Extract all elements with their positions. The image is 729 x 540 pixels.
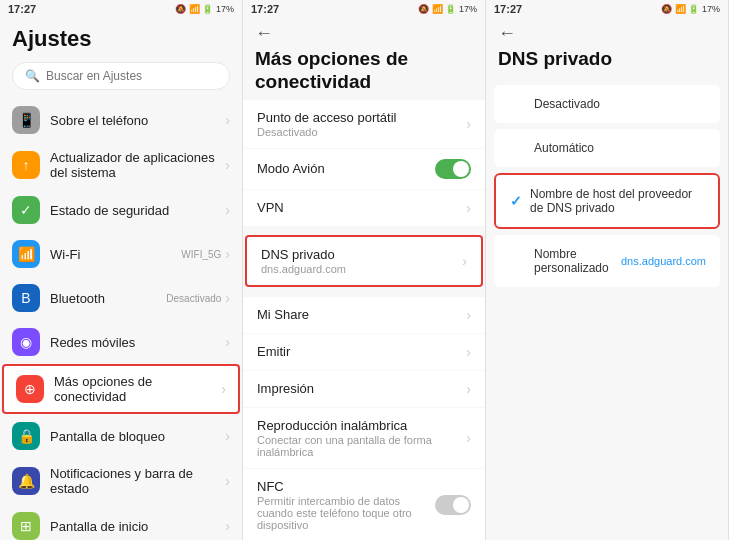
dns-option-automatico[interactable]: Automático (494, 129, 720, 167)
menu-item-punto-acceso[interactable]: Punto de acceso portátil Desactivado › (243, 100, 485, 148)
menu-text-dns-privado: DNS privado dns.adguard.com (261, 247, 462, 275)
chevron-actualizador: › (225, 157, 230, 173)
search-input[interactable] (46, 69, 217, 83)
item-title-estado-seguridad: Estado de seguridad (50, 203, 215, 218)
dns-label-nombre-personalizado: Nombre personalizado (534, 247, 613, 275)
icon-bluetooth: B (12, 284, 40, 312)
item-text-actualizador: Actualizador de aplicaciones del sistema (50, 150, 215, 180)
settings-item-pantalla-bloqueo[interactable]: 🔒 Pantalla de bloqueo › (0, 414, 242, 458)
menu-item-emitir[interactable]: Emitir › (243, 334, 485, 370)
time-3: 17:27 (494, 3, 522, 15)
conectividad-title: Más opciones de conectividad (255, 44, 473, 94)
item-title-mas-opciones: Más opciones de conectividad (54, 374, 211, 404)
item-text-wifi: Wi-Fi (50, 247, 171, 262)
toggle-modo-avion[interactable] (435, 159, 471, 179)
item-text-pantalla-inicio: Pantalla de inicio (50, 519, 215, 534)
item-right-pantalla-bloqueo: › (225, 428, 230, 444)
page-title: Ajustes (12, 26, 230, 52)
menu-subtitle-reproduccion: Conectar con una pantalla de forma inalá… (257, 434, 466, 458)
dns-label-automatico: Automático (534, 141, 706, 155)
menu-item-nfc[interactable]: NFC Permitir intercambio de datos cuando… (243, 469, 485, 540)
item-right-notificaciones: › (225, 473, 230, 489)
status-bar-2: 17:27 🔕 📶 🔋 17% (243, 0, 485, 18)
dns-title: DNS privado (498, 44, 716, 71)
settings-item-wifi[interactable]: 📶 Wi-Fi WIFI_5G › (0, 232, 242, 276)
settings-item-sobre-telefono[interactable]: 📱 Sobre el teléfono › (0, 98, 242, 142)
item-title-pantalla-bloqueo: Pantalla de bloqueo (50, 429, 215, 444)
menu-item-vpn[interactable]: VPN › (243, 190, 485, 226)
item-text-redes-moviles: Redes móviles (50, 335, 215, 350)
item-right-estado-seguridad: › (225, 202, 230, 218)
menu-text-reproduccion: Reproducción inalámbrica Conectar con un… (257, 418, 466, 458)
settings-item-pantalla-inicio[interactable]: ⊞ Pantalla de inicio › (0, 504, 242, 540)
item-text-estado-seguridad: Estado de seguridad (50, 203, 215, 218)
item-title-actualizador: Actualizador de aplicaciones del sistema (50, 150, 215, 180)
menu-text-impresion: Impresión (257, 381, 466, 396)
menu-item-reproduccion[interactable]: Reproducción inalámbrica Conectar con un… (243, 408, 485, 468)
settings-item-mas-opciones[interactable]: ⊕ Más opciones de conectividad › (2, 364, 240, 414)
menu-title-punto-acceso: Punto de acceso portátil (257, 110, 466, 125)
search-bar[interactable]: 🔍 (12, 62, 230, 90)
toggle-nfc[interactable] (435, 495, 471, 515)
menu-text-punto-acceso: Punto de acceso portátil Desactivado (257, 110, 466, 138)
status-icons-2: 🔕 📶 🔋 17% (418, 4, 477, 14)
search-icon: 🔍 (25, 69, 40, 83)
dns-options-list: Desactivado Automático ✓ Nombre de host … (486, 77, 728, 540)
item-title-wifi: Wi-Fi (50, 247, 171, 262)
conectividad-panel: 17:27 🔕 📶 🔋 17% ← Más opciones de conect… (243, 0, 486, 540)
menu-text-mi-share: Mi Share (257, 307, 466, 322)
menu-item-dns-privado[interactable]: DNS privado dns.adguard.com › (245, 235, 483, 287)
dns-option-nombre-personalizado[interactable]: Nombre personalizado dns.adguard.com (494, 235, 720, 287)
check-icon-nombre-host: ✓ (510, 193, 522, 209)
item-text-mas-opciones: Más opciones de conectividad (54, 374, 211, 404)
item-right-bluetooth: Desactivado › (166, 290, 230, 306)
chevron-reproduccion: › (466, 430, 471, 446)
icon-actualizador: ↑ (12, 151, 40, 179)
dns-option-nombre-host[interactable]: ✓ Nombre de host del proveedor de DNS pr… (494, 173, 720, 229)
item-right-pantalla-inicio: › (225, 518, 230, 534)
item-title-redes-moviles: Redes móviles (50, 335, 215, 350)
icon-sobre-telefono: 📱 (12, 106, 40, 134)
menu-item-impresion[interactable]: Impresión › (243, 371, 485, 407)
icon-notificaciones: 🔔 (12, 467, 40, 495)
dns-header: ← DNS privado (486, 18, 728, 77)
menu-subtitle-dns-privado: dns.adguard.com (261, 263, 462, 275)
settings-item-redes-moviles[interactable]: ◉ Redes móviles › (0, 320, 242, 364)
icon-pantalla-inicio: ⊞ (12, 512, 40, 540)
settings-item-notificaciones[interactable]: 🔔 Notificaciones y barra de estado › (0, 458, 242, 504)
icon-mas-opciones: ⊕ (16, 375, 44, 403)
menu-item-modo-avion[interactable]: Modo Avión (243, 149, 485, 189)
conectividad-menu: Punto de acceso portátil Desactivado › M… (243, 100, 485, 540)
menu-item-mi-share[interactable]: Mi Share › (243, 297, 485, 333)
item-text-sobre-telefono: Sobre el teléfono (50, 113, 215, 128)
chevron-wifi: › (225, 246, 230, 262)
back-button-3[interactable]: ← (498, 22, 522, 44)
item-right-mas-opciones: › (221, 381, 226, 397)
chevron-mas-opciones: › (221, 381, 226, 397)
dns-label-nombre-host: Nombre de host del proveedor de DNS priv… (530, 187, 704, 215)
dns-option-desactivado[interactable]: Desactivado (494, 85, 720, 123)
back-button-2[interactable]: ← (255, 22, 279, 44)
settings-item-estado-seguridad[interactable]: ✓ Estado de seguridad › (0, 188, 242, 232)
icon-redes-moviles: ◉ (12, 328, 40, 356)
conectividad-header: ← Más opciones de conectividad (243, 18, 485, 100)
chevron-sobre-telefono: › (225, 112, 230, 128)
status-bar-3: 17:27 🔕 📶 🔋 17% (486, 0, 728, 18)
item-text-pantalla-bloqueo: Pantalla de bloqueo (50, 429, 215, 444)
item-right-redes-moviles: › (225, 334, 230, 350)
menu-text-modo-avion: Modo Avión (257, 161, 435, 176)
item-text-bluetooth: Bluetooth (50, 291, 156, 306)
settings-item-bluetooth[interactable]: B Bluetooth Desactivado › (0, 276, 242, 320)
ajustes-header: Ajustes (0, 18, 242, 58)
time-1: 17:27 (8, 3, 36, 15)
menu-subtitle-punto-acceso: Desactivado (257, 126, 466, 138)
status-icons-3: 🔕 📶 🔋 17% (661, 4, 720, 14)
chevron-estado-seguridad: › (225, 202, 230, 218)
menu-title-dns-privado: DNS privado (261, 247, 462, 262)
item-badge-bluetooth: Desactivado (166, 293, 221, 304)
chevron-pantalla-bloqueo: › (225, 428, 230, 444)
menu-title-impresion: Impresión (257, 381, 466, 396)
menu-title-nfc: NFC (257, 479, 435, 494)
dns-label-desactivado: Desactivado (534, 97, 706, 111)
settings-item-actualizador[interactable]: ↑ Actualizador de aplicaciones del siste… (0, 142, 242, 188)
